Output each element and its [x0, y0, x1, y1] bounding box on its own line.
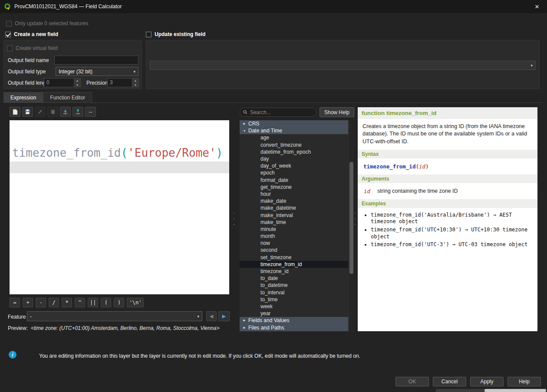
example-item: timezone_from_id('UTC-3') → UTC-03 timez…	[371, 241, 537, 248]
spinner-arrows[interactable]: ▲▼	[132, 79, 138, 87]
function-item-timezone_id[interactable]: timezone_id	[240, 268, 348, 275]
operator-button-+[interactable]: +	[23, 298, 33, 307]
tree-label: second	[260, 247, 277, 253]
create-virtual-field-label: Create virtual field	[16, 45, 58, 51]
function-item-make_datetime[interactable]: make_datetime	[240, 204, 348, 211]
operator-button-=[interactable]: =	[10, 298, 20, 307]
function-item-format_date[interactable]: format_date	[240, 177, 348, 184]
search-icon	[243, 110, 247, 115]
function-item-month[interactable]: month	[240, 233, 348, 240]
horizontal-scrollbar[interactable]	[436, 389, 546, 392]
tree-label: make_time	[260, 219, 286, 225]
update-existing-field-checkbox[interactable]: Update existing field	[146, 31, 205, 37]
apply-button[interactable]: Apply	[470, 377, 504, 386]
spinner-arrows[interactable]: ▲▼	[74, 79, 80, 87]
function-item-set_timezone[interactable]: set_timezone	[240, 254, 348, 261]
function-search[interactable]	[240, 108, 316, 117]
close-button[interactable]: ✕	[527, 0, 547, 13]
operator-button-([interactable]: (	[101, 298, 111, 307]
function-item-year[interactable]: year	[240, 310, 348, 317]
operator-button-^[interactable]: ^	[75, 298, 85, 307]
existing-field-select[interactable]: ▾	[150, 61, 536, 70]
function-item-to_interval[interactable]: to_interval	[240, 289, 348, 296]
output-field-type-select[interactable]: Integer (32 bit) ▾	[56, 67, 138, 76]
operator-button--[interactable]: -	[36, 298, 46, 307]
tree-label: timezone_id	[260, 268, 289, 274]
ok-button[interactable]: OK	[395, 377, 429, 386]
import-expressions-button[interactable]	[60, 107, 71, 117]
show-help-button[interactable]: Show Help	[320, 107, 354, 117]
chevron-right-icon[interactable]: ▶	[241, 122, 247, 125]
dialog-buttons: OKCancelApplyHelp	[395, 377, 541, 386]
function-item-now[interactable]: now	[240, 240, 348, 247]
function-item-datetime_from_epoch[interactable]: datetime_from_epoch	[240, 148, 348, 155]
function-item-day_of_week[interactable]: day_of_week	[240, 162, 348, 169]
operator-button-/[interactable]: /	[49, 298, 59, 307]
search-input[interactable]	[250, 109, 313, 115]
operator-button-)[interactable]: )	[114, 298, 124, 307]
function-item-make_interval[interactable]: make_interval	[240, 211, 348, 218]
function-item-age[interactable]: age	[240, 134, 348, 141]
chevron-down-icon[interactable]: ▼	[241, 129, 247, 132]
function-item-second[interactable]: second	[240, 247, 348, 254]
precision-spinner[interactable]: 3 ▲▼	[107, 78, 139, 87]
scrollbar-thumb[interactable]	[349, 162, 353, 274]
function-item-hour[interactable]: hour	[240, 191, 348, 198]
function-item-minute[interactable]: minute	[240, 226, 348, 233]
pane-border	[3, 102, 543, 103]
function-item-get_timezone[interactable]: get_timezone	[240, 184, 348, 191]
operator-button-*[interactable]: *	[62, 298, 72, 307]
save-expression-button[interactable]	[22, 107, 33, 117]
tree-label: convert_timezone	[260, 142, 302, 148]
new-expression-button[interactable]	[10, 107, 20, 117]
preview-value: <time zone: (UTC+01:00) Amsterdam, Berli…	[31, 325, 220, 331]
expression-editor[interactable]: timezone_from_id('Europe/Rome')	[10, 120, 229, 294]
function-item-convert_timezone[interactable]: convert_timezone	[240, 142, 348, 148]
splitter-handle[interactable]	[354, 213, 356, 225]
output-field-name-input[interactable]	[54, 56, 138, 65]
syntax-line: timezone_from_id(id)	[358, 158, 537, 175]
feature-select[interactable]: - ▾	[27, 311, 202, 321]
next-feature-button[interactable]: ▶	[218, 311, 230, 321]
function-item-make_time[interactable]: make_time	[240, 219, 348, 226]
function-group-Fields and Values[interactable]: ▶Fields and Values	[240, 317, 348, 324]
operator-button-||[interactable]: ||	[88, 298, 98, 307]
function-item-to_datetime[interactable]: to_datetime	[240, 282, 348, 289]
scrollbar-thumb[interactable]	[484, 389, 546, 392]
function-item-week[interactable]: week	[240, 303, 348, 310]
comment-button[interactable]: --	[85, 107, 96, 117]
chevron-right-icon[interactable]: ▶	[241, 319, 247, 322]
function-item-to_time[interactable]: to_time	[240, 296, 348, 303]
help-button[interactable]: Help	[507, 377, 541, 386]
function-item-make_date[interactable]: make_date	[240, 198, 348, 204]
function-group-CRS[interactable]: ▶CRS	[240, 120, 348, 127]
function-item-to_date[interactable]: to_date	[240, 275, 348, 282]
function-item-timezone_from_id[interactable]: timezone_from_id	[240, 261, 348, 268]
function-group-Date and Time[interactable]: ▼Date and Time	[240, 127, 348, 134]
create-virtual-field-checkbox[interactable]: Create virtual field	[7, 45, 58, 51]
function-item-day[interactable]: day	[240, 155, 348, 162]
operator-button-'\n'[interactable]: '\n'	[127, 298, 144, 307]
function-item-epoch[interactable]: epoch	[240, 169, 348, 176]
tab-expression[interactable]: Expression	[3, 92, 43, 103]
tab-function-editor[interactable]: Function Editor	[43, 92, 92, 103]
chevron-right-icon[interactable]: ▶	[241, 326, 247, 329]
delete-expression-button[interactable]	[47, 107, 58, 117]
export-arrow-icon	[75, 109, 81, 115]
spin-down-icon: ▼	[74, 83, 80, 87]
export-expressions-button[interactable]	[72, 107, 83, 117]
previous-feature-button[interactable]: ◀	[206, 311, 217, 321]
trash-icon	[50, 109, 56, 115]
edit-expression-button[interactable]	[35, 107, 46, 117]
only-update-selected-checkbox[interactable]: Only update 0 selected features	[6, 20, 88, 26]
output-field-length-spinner[interactable]: 0 ▲▼	[44, 78, 81, 87]
cancel-button[interactable]: Cancel	[433, 377, 466, 386]
checkbox-box	[7, 46, 13, 51]
splitter-handle[interactable]	[233, 213, 235, 225]
tree-scrollbar[interactable]	[348, 120, 354, 332]
function-group-Files and Paths[interactable]: ▶Files and Paths	[240, 324, 348, 331]
tree-label: CRS	[248, 121, 259, 127]
arrow-left-icon: ◀	[210, 313, 213, 319]
tree-label: Files and Paths	[248, 325, 284, 331]
create-new-field-checkbox[interactable]: Create a new field	[5, 31, 58, 37]
